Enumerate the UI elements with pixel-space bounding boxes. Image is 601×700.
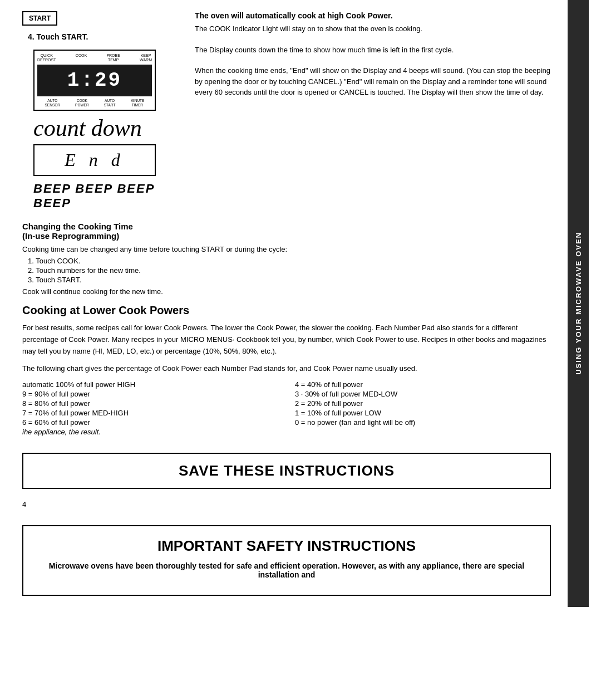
power-row-0: 0 = no power (fan and light will be off) xyxy=(295,418,551,427)
changing-intro: Cooking time can be changed any time bef… xyxy=(22,245,551,253)
cook-btn: COOK xyxy=(76,53,87,63)
power-row-6: 6 = 60% of full power xyxy=(22,418,278,427)
save-instructions-title: SAVE THESE INSTRUCTIONS xyxy=(32,462,541,479)
lower-powers-desc2: The following chart gives the percentage… xyxy=(22,363,551,375)
power-col-left: automatic 100% of full power HIGH 9 = 90… xyxy=(22,380,278,444)
display-countdown-desc: The Display counts down the time to show… xyxy=(195,45,551,56)
oven-cook-title: The oven will automatically cook at high… xyxy=(195,11,551,20)
start-button: START xyxy=(22,11,57,26)
left-panel: START 4. Touch START. QUICKDEFROST COOK … xyxy=(22,11,178,211)
countdown-display: count down xyxy=(33,116,178,140)
cook-power-btn: COOKPOWER xyxy=(75,99,89,107)
end-text: E n d xyxy=(43,150,146,170)
power-row-1: 1 = 10% of full power LOW xyxy=(295,409,551,417)
beep-text: BEEP BEEP BEEP BEEP xyxy=(33,182,178,211)
top-section: START 4. Touch START. QUICKDEFROST COOK … xyxy=(22,11,551,211)
right-panel: The oven will automatically cook at high… xyxy=(195,11,551,211)
lower-powers-section: Cooking at Lower Cook Powers For best re… xyxy=(22,304,551,444)
power-row-auto: automatic 100% of full power HIGH xyxy=(22,380,278,389)
changing-note: Cook will continue cooking for the new t… xyxy=(22,287,551,296)
power-row-4: 4 = 40% of full power xyxy=(295,380,551,389)
power-row-3: 3 · 30% of full power MED-LOW xyxy=(295,390,551,398)
save-instructions-box: SAVE THESE INSTRUCTIONS xyxy=(22,453,551,489)
safety-section: IMPORTANT SAFETY INSTRUCTIONS Microwave … xyxy=(22,525,551,596)
step-2: 2. Touch numbers for the new time. xyxy=(28,266,551,275)
quick-defrost-btn: QUICKDEFROST xyxy=(37,53,56,63)
step-1: 1. Touch COOK. xyxy=(28,257,551,265)
power-row-8: 8 = 80% of full power xyxy=(22,399,278,408)
power-row-note: ihe appliance, the result. xyxy=(22,428,278,436)
power-row-9: 9 = 90% of full power xyxy=(22,390,278,398)
page-number: 4 xyxy=(22,500,551,508)
lower-powers-desc1: For best results, some recipes call for … xyxy=(22,322,551,357)
power-row-7: 7 = 70% of full power MED-HIGH xyxy=(22,409,278,417)
countdown-text: count down xyxy=(33,116,178,140)
display-top-buttons: QUICKDEFROST COOK PROBETEMP KEEPWARM xyxy=(37,53,152,63)
auto-sensor-btn: AUTOSENSOR xyxy=(45,99,60,107)
sidebar-label: USING YOUR MICROWAVE OVEN xyxy=(574,232,583,375)
step-3: 3. Touch START. xyxy=(28,276,551,284)
minute-timer-btn: MINUTETIMER xyxy=(131,99,145,107)
safety-title: IMPORTANT SAFETY INSTRUCTIONS xyxy=(40,537,533,555)
beep-end-desc: When the cooking time ends, "End" will s… xyxy=(195,65,551,98)
auto-start-btn: AUTOSTART xyxy=(104,99,116,107)
keep-warm-btn: KEEPWARM xyxy=(140,53,152,63)
power-col-right: 4 = 40% of full power 3 · 30% of full po… xyxy=(295,380,551,444)
safety-subtitle: Microwave ovens have been thoroughly tes… xyxy=(40,561,533,579)
display-bottom-buttons: AUTOSENSOR COOKPOWER AUTOSTART MINUTETIM… xyxy=(37,99,152,107)
power-chart: automatic 100% of full power HIGH 9 = 90… xyxy=(22,380,551,444)
lower-powers-title: Cooking at Lower Cook Powers xyxy=(22,304,551,317)
sidebar-tab: USING YOUR MICROWAVE OVEN xyxy=(568,0,589,607)
display-screen: 1:29 xyxy=(37,65,152,96)
changing-steps: 1. Touch COOK. 2. Touch numbers for the … xyxy=(28,257,551,284)
touch-start-label: 4. Touch START. xyxy=(28,32,178,41)
changing-title: Changing the Cooking Time(In-use Reprogr… xyxy=(22,222,551,241)
power-row-2: 2 = 20% of full power xyxy=(295,399,551,408)
changing-section: Changing the Cooking Time(In-use Reprogr… xyxy=(22,222,551,296)
end-display: E n d xyxy=(33,144,156,176)
microwave-display: QUICKDEFROST COOK PROBETEMP KEEPWARM 1:2… xyxy=(33,50,156,111)
oven-cook-desc: The COOK Indicator Light will stay on to… xyxy=(195,23,551,35)
probe-temp-btn: PROBETEMP xyxy=(106,53,120,63)
